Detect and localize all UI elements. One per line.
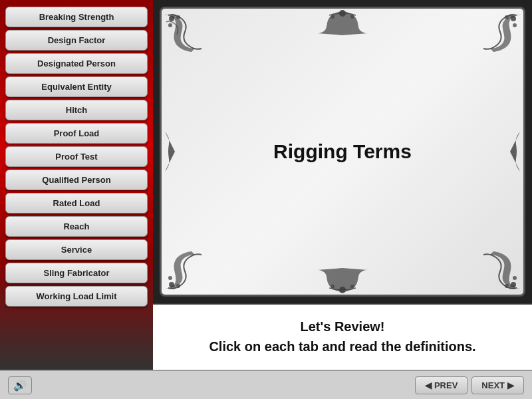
prev-button[interactable]: ◀ PREV	[415, 376, 467, 394]
nav-buttons: ◀ PREV NEXT ▶	[415, 376, 524, 394]
sidebar-btn-reach[interactable]: Reach	[5, 216, 148, 237]
svg-point-2	[168, 23, 172, 27]
ornate-frame: Rigging Terms	[160, 7, 525, 297]
ornament-right	[500, 132, 520, 172]
svg-point-18	[350, 15, 354, 19]
next-button[interactable]: NEXT ▶	[471, 376, 524, 394]
prev-arrow-icon: ◀	[425, 380, 432, 390]
svg-point-7	[509, 14, 515, 18]
volume-icon: 🔊	[13, 380, 27, 391]
corner-ornament-bl	[165, 245, 211, 291]
svg-point-17	[331, 15, 334, 19]
svg-point-21	[350, 285, 354, 289]
svg-point-14	[513, 276, 517, 280]
review-line1: Let's Review!	[300, 319, 384, 334]
svg-point-11	[170, 285, 176, 289]
sidebar-btn-sling-fabricator[interactable]: Sling Fabricator	[5, 263, 148, 283]
ornament-bottom	[316, 267, 369, 293]
sidebar-btn-equivalent-entity[interactable]: Equivalent Entity	[5, 76, 148, 97]
corner-ornament-tl	[165, 12, 211, 59]
frame-title: Rigging Terms	[273, 140, 412, 163]
sidebar-btn-service[interactable]: Service	[5, 239, 148, 260]
sidebar-btn-rated-load[interactable]: Rated Load	[5, 193, 148, 213]
sidebar-btn-qualified-person[interactable]: Qualified Person	[5, 170, 148, 190]
app-container: Breaking StrengthDesign FactorDesignated…	[0, 0, 532, 399]
ornament-left	[165, 132, 185, 172]
bottom-bar: 🔊 ◀ PREV NEXT ▶	[0, 370, 532, 399]
sidebar-btn-proof-test[interactable]: Proof Test	[5, 146, 148, 167]
sidebar-btn-working-load-limit[interactable]: Working Load Limit	[5, 286, 148, 307]
ornament-top	[316, 10, 369, 37]
volume-button[interactable]: 🔊	[8, 376, 32, 394]
sidebar-btn-proof-load[interactable]: Proof Load	[5, 123, 148, 144]
sidebar-btn-breaking-strength[interactable]: Breaking Strength	[5, 7, 148, 27]
review-line2: Click on each tab and read the definitio…	[209, 339, 475, 354]
sidebar-btn-design-factor[interactable]: Design Factor	[5, 30, 148, 51]
corner-ornament-tr	[473, 12, 520, 59]
svg-point-3	[170, 14, 176, 18]
content-area: Rigging Terms Let's Review! Click on eac…	[153, 0, 532, 370]
review-area: Let's Review! Click on each tab and read…	[153, 303, 532, 370]
svg-point-6	[513, 23, 517, 27]
sidebar-btn-designated-person[interactable]: Designated Person	[5, 53, 148, 74]
prev-label: PREV	[434, 380, 458, 390]
svg-point-10	[168, 276, 172, 280]
next-label: NEXT	[481, 380, 505, 390]
sidebar-btn-hitch[interactable]: Hitch	[5, 100, 148, 120]
corner-ornament-br	[473, 245, 520, 291]
svg-point-15	[509, 285, 515, 289]
review-text: Let's Review! Click on each tab and read…	[166, 317, 519, 356]
main-area: Breaking StrengthDesign FactorDesignated…	[0, 0, 532, 370]
sidebar: Breaking StrengthDesign FactorDesignated…	[0, 0, 153, 370]
next-arrow-icon: ▶	[507, 380, 514, 390]
frame-area: Rigging Terms	[153, 0, 532, 303]
svg-point-20	[331, 285, 334, 289]
